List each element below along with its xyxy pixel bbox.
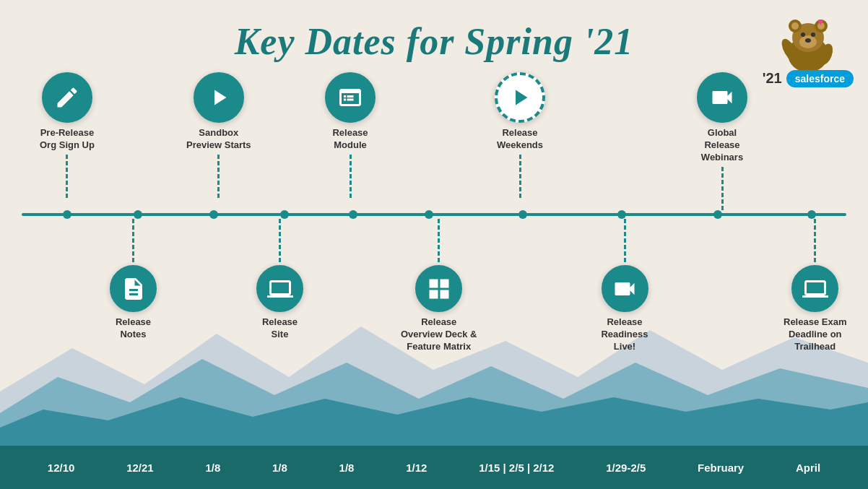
- release-site-item: ReleaseSite: [256, 216, 303, 341]
- global-release-circle[interactable]: [697, 72, 747, 123]
- date-1210: 12/10: [48, 462, 75, 474]
- svg-point-9: [805, 38, 811, 43]
- pre-release-org-item: Pre-ReleaseOrg Sign Up: [40, 72, 95, 201]
- sandbox-preview-label: SandboxPreview Starts: [186, 127, 251, 152]
- monitor-icon-2: [802, 276, 828, 302]
- doc-icon: [121, 276, 147, 302]
- sandbox-preview-line-top: [217, 155, 220, 198]
- dates-bar: 12/10 12/21 1/8 1/8 1/8 1/12 1/15 | 2/5 …: [0, 446, 868, 489]
- date-18-c: 1/8: [339, 462, 355, 474]
- global-release-webinars-item: Global ReleaseWebinars: [690, 72, 755, 213]
- pre-release-org-line-top: [66, 155, 68, 198]
- release-overview-item: ReleaseOverview Deck &Feature Matrix: [401, 216, 477, 353]
- date-112: 1/12: [406, 462, 427, 474]
- dot-pre-release: [63, 210, 71, 219]
- sandbox-preview-item: SandboxPreview Starts: [186, 72, 251, 201]
- svg-text:♥: ♥: [817, 16, 823, 27]
- release-exam-circle[interactable]: [791, 265, 838, 312]
- release-module-label: ReleaseModule: [332, 127, 368, 152]
- release-weekends-circle[interactable]: [495, 72, 545, 123]
- camera-icon-1: [709, 85, 735, 111]
- bear-icon: ♥: [776, 14, 841, 76]
- page-title: Key Dates for Spring '21: [0, 0, 868, 63]
- monitor-icon-1: [267, 276, 293, 302]
- release-site-line-bottom: [279, 219, 281, 262]
- release-exam-deadline-item: Release ExamDeadline onTrailhead: [784, 216, 846, 353]
- release-readiness-item: Release ReadinessLive!: [592, 216, 657, 353]
- dot-release-overview: [425, 210, 433, 219]
- release-weekends-label: ReleaseWeekends: [497, 127, 543, 152]
- svg-point-4: [791, 22, 799, 30]
- release-overview-line-bottom: [438, 219, 440, 262]
- release-site-label: ReleaseSite: [262, 316, 298, 341]
- global-release-label: Global ReleaseWebinars: [690, 127, 755, 164]
- release-weekends-line-top: [519, 155, 521, 198]
- pencil-icon: [54, 85, 80, 111]
- release-notes-line-bottom: [132, 219, 134, 262]
- date-18-b: 1/8: [272, 462, 287, 474]
- release-readiness-line-bottom: [624, 219, 626, 262]
- pre-release-org-label: Pre-ReleaseOrg Sign Up: [40, 127, 95, 152]
- release-weekends-item: ReleaseWeekends: [495, 72, 545, 201]
- release-readiness-circle[interactable]: [602, 265, 648, 312]
- release-site-circle[interactable]: [256, 265, 303, 312]
- dot-release-readiness: [617, 210, 626, 219]
- timeline-layout: Pre-ReleaseOrg Sign Up SandboxPreview St…: [0, 72, 868, 489]
- dot-sandbox: [209, 210, 218, 219]
- date-february: February: [698, 462, 744, 474]
- release-notes-circle[interactable]: [110, 265, 157, 312]
- date-1221: 12/21: [126, 462, 154, 474]
- play-icon-1: [206, 85, 232, 111]
- dot-release-exam: [807, 210, 816, 219]
- global-release-line-top: [721, 167, 724, 210]
- dot-release-notes: [134, 210, 142, 219]
- date-115-25-212: 1/15 | 2/5 | 2/12: [479, 462, 554, 474]
- date-129-25: 1/29-2/5: [606, 462, 646, 474]
- release-notes-item: ReleaseNotes: [110, 216, 157, 341]
- dot-release-module: [349, 210, 357, 219]
- play-icon-2: [507, 85, 533, 111]
- release-module-item: ReleaseModule: [325, 72, 376, 201]
- release-overview-circle[interactable]: [415, 265, 462, 312]
- release-notes-label: ReleaseNotes: [116, 316, 151, 341]
- date-18-a: 1/8: [205, 462, 220, 474]
- release-exam-deadline-label: Release ExamDeadline onTrailhead: [784, 316, 846, 353]
- release-module-line-top: [350, 155, 352, 198]
- svg-point-8: [811, 33, 815, 37]
- release-readiness-label: Release ReadinessLive!: [592, 316, 657, 353]
- pre-release-org-circle[interactable]: [42, 72, 92, 123]
- browser-icon: [337, 85, 363, 111]
- svg-point-7: [801, 33, 805, 37]
- camera-icon-2: [612, 276, 638, 302]
- dot-release-site: [280, 210, 289, 219]
- dot-global-webinars: [713, 210, 722, 219]
- grid-icon: [426, 276, 452, 302]
- release-exam-deadline-line-bottom: [814, 219, 816, 262]
- release-module-circle[interactable]: [325, 72, 376, 123]
- release-overview-label: ReleaseOverview Deck &Feature Matrix: [401, 316, 477, 353]
- sandbox-preview-circle[interactable]: [194, 72, 244, 123]
- date-april: April: [796, 462, 820, 474]
- dot-release-weekends: [518, 210, 527, 219]
